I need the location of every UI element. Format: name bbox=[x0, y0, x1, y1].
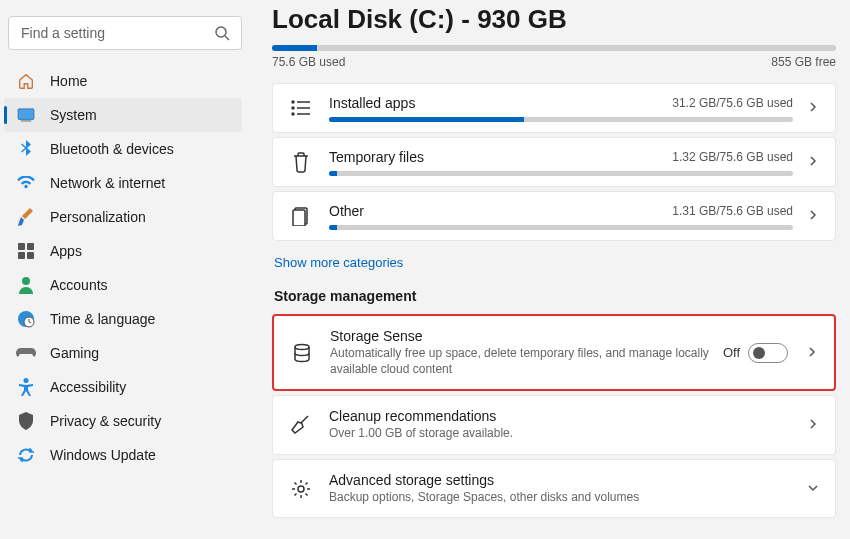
storage-sense-row[interactable]: Storage Sense Automatically free up spac… bbox=[272, 314, 836, 391]
category-title: Installed apps bbox=[329, 95, 415, 111]
page-title: Local Disk (C:) - 930 GB bbox=[272, 4, 836, 35]
update-icon bbox=[16, 445, 36, 465]
storage-management-heading: Storage management bbox=[274, 288, 836, 304]
svg-rect-3 bbox=[21, 120, 32, 121]
page-icon bbox=[287, 202, 315, 230]
svg-rect-6 bbox=[18, 252, 25, 259]
nav-item-privacy-security[interactable]: Privacy & security bbox=[4, 404, 242, 438]
chevron-down-icon bbox=[807, 482, 821, 496]
nav-label: Accounts bbox=[50, 277, 230, 293]
disk-used-label: 75.6 GB used bbox=[272, 55, 345, 69]
category-bar-fill bbox=[329, 171, 337, 176]
nav-label: Time & language bbox=[50, 311, 230, 327]
gear-icon bbox=[287, 475, 315, 503]
category-title: Temporary files bbox=[329, 149, 424, 165]
nav-item-time-language[interactable]: Time & language bbox=[4, 302, 242, 336]
drive-icon bbox=[288, 339, 316, 367]
disk-usage-labels: 75.6 GB used 855 GB free bbox=[272, 55, 836, 69]
search-field-wrap bbox=[8, 16, 242, 50]
storage-sense-toggle-wrap: Off bbox=[723, 343, 788, 363]
mgmt-sub: Automatically free up space, delete temp… bbox=[330, 346, 723, 377]
category-installed-apps[interactable]: Installed apps 31.2 GB/75.6 GB used bbox=[272, 83, 836, 133]
chevron-right-icon bbox=[807, 155, 821, 169]
svg-point-8 bbox=[22, 277, 30, 285]
nav-label: Windows Update bbox=[50, 447, 230, 463]
storage-sense-toggle[interactable] bbox=[748, 343, 788, 363]
gamepad-icon bbox=[16, 343, 36, 363]
svg-point-21 bbox=[298, 486, 304, 492]
search-input[interactable] bbox=[8, 16, 242, 50]
mgmt-title: Storage Sense bbox=[330, 328, 723, 344]
accessibility-icon bbox=[16, 377, 36, 397]
nav-list: Home System Bluetooth & devices Network … bbox=[4, 64, 246, 472]
svg-rect-7 bbox=[27, 252, 34, 259]
nav-label: Network & internet bbox=[50, 175, 230, 191]
nav-item-system[interactable]: System bbox=[4, 98, 242, 132]
chevron-right-icon bbox=[806, 346, 820, 360]
home-icon bbox=[16, 71, 36, 91]
list-icon bbox=[287, 94, 315, 122]
search-icon bbox=[214, 25, 230, 41]
disk-usage-fill bbox=[272, 45, 317, 51]
svg-point-16 bbox=[292, 107, 294, 109]
toggle-label: Off bbox=[723, 345, 740, 360]
cleanup-recommendations-row[interactable]: Cleanup recommendations Over 1.00 GB of … bbox=[272, 395, 836, 455]
svg-line-1 bbox=[225, 36, 229, 40]
nav-item-gaming[interactable]: Gaming bbox=[4, 336, 242, 370]
svg-rect-5 bbox=[27, 243, 34, 250]
nav-item-personalization[interactable]: Personalization bbox=[4, 200, 242, 234]
nav-item-network[interactable]: Network & internet bbox=[4, 166, 242, 200]
brush-icon bbox=[16, 207, 36, 227]
mgmt-sub: Over 1.00 GB of storage available. bbox=[329, 426, 749, 442]
svg-point-17 bbox=[292, 113, 294, 115]
toggle-knob bbox=[753, 347, 765, 359]
broom-icon bbox=[287, 411, 315, 439]
system-icon bbox=[16, 105, 36, 125]
svg-point-20 bbox=[295, 344, 309, 349]
globe-clock-icon bbox=[16, 309, 36, 329]
main-content: Local Disk (C:) - 930 GB 75.6 GB used 85… bbox=[254, 0, 850, 539]
category-temporary-files[interactable]: Temporary files 1.32 GB/75.6 GB used bbox=[272, 137, 836, 187]
svg-rect-2 bbox=[18, 109, 34, 120]
category-bar-fill bbox=[329, 117, 524, 122]
nav-label: System bbox=[50, 107, 230, 123]
apps-icon bbox=[16, 241, 36, 261]
disk-usage-bar bbox=[272, 45, 836, 51]
advanced-storage-row[interactable]: Advanced storage settings Backup options… bbox=[272, 459, 836, 519]
mgmt-sub: Backup options, Storage Spaces, other di… bbox=[329, 490, 749, 506]
wifi-icon bbox=[16, 173, 36, 193]
nav-item-home[interactable]: Home bbox=[4, 64, 242, 98]
nav-item-apps[interactable]: Apps bbox=[4, 234, 242, 268]
chevron-right-icon bbox=[807, 101, 821, 115]
nav-item-windows-update[interactable]: Windows Update bbox=[4, 438, 242, 472]
category-usage: 1.31 GB/75.6 GB used bbox=[672, 204, 793, 218]
svg-rect-19 bbox=[293, 210, 305, 226]
person-icon bbox=[16, 275, 36, 295]
nav-item-accessibility[interactable]: Accessibility bbox=[4, 370, 242, 404]
category-usage: 31.2 GB/75.6 GB used bbox=[672, 96, 793, 110]
category-bar-fill bbox=[329, 225, 337, 230]
show-more-categories-link[interactable]: Show more categories bbox=[274, 255, 403, 270]
chevron-right-icon bbox=[807, 418, 821, 432]
category-title: Other bbox=[329, 203, 364, 219]
disk-free-label: 855 GB free bbox=[771, 55, 836, 69]
nav-label: Apps bbox=[50, 243, 230, 259]
nav-label: Bluetooth & devices bbox=[50, 141, 230, 157]
shield-icon bbox=[16, 411, 36, 431]
nav-label: Gaming bbox=[50, 345, 230, 361]
nav-label: Privacy & security bbox=[50, 413, 230, 429]
sidebar: Home System Bluetooth & devices Network … bbox=[0, 0, 254, 539]
svg-rect-4 bbox=[18, 243, 25, 250]
svg-point-0 bbox=[216, 27, 226, 37]
category-other[interactable]: Other 1.31 GB/75.6 GB used bbox=[272, 191, 836, 241]
mgmt-title: Cleanup recommendations bbox=[329, 408, 793, 424]
chevron-right-icon bbox=[807, 209, 821, 223]
nav-label: Home bbox=[50, 73, 230, 89]
bluetooth-icon bbox=[16, 139, 36, 159]
svg-point-11 bbox=[24, 378, 29, 383]
category-usage: 1.32 GB/75.6 GB used bbox=[672, 150, 793, 164]
mgmt-title: Advanced storage settings bbox=[329, 472, 793, 488]
nav-item-bluetooth[interactable]: Bluetooth & devices bbox=[4, 132, 242, 166]
nav-item-accounts[interactable]: Accounts bbox=[4, 268, 242, 302]
nav-label: Personalization bbox=[50, 209, 230, 225]
